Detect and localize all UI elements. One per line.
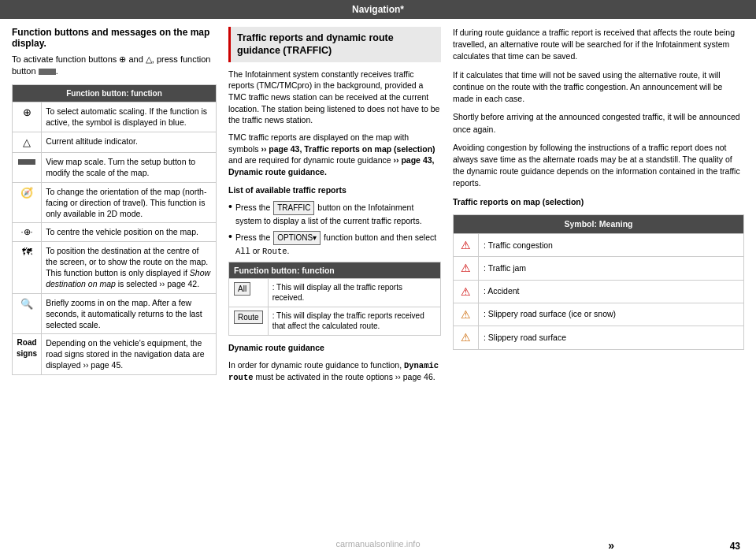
- table-row: 🔍 Briefly zooms in on the map. After a f…: [13, 293, 217, 334]
- icon-cell: 🧭: [13, 182, 42, 223]
- row-desc: To centre the vehicle position on the ma…: [42, 223, 217, 242]
- icon-cell: Roadsigns: [13, 334, 42, 375]
- mid-body2: TMC traffic reports are displayed on the…: [228, 132, 441, 178]
- dyn-body: In order for dynamic route guidance to f…: [228, 359, 441, 384]
- triangle-warning-icon-3: ⚠: [461, 285, 471, 298]
- icon-cell: 🗺: [13, 241, 42, 293]
- view-scale-icon: [18, 159, 35, 165]
- mid-heading: Traffic reports and dynamic route guidan…: [237, 32, 435, 58]
- bullet-dot-2: •: [228, 231, 232, 242]
- row-desc: To select automatic scaling. If the func…: [42, 102, 217, 132]
- row-desc: To position the destination at the centr…: [42, 241, 217, 293]
- table-row: ⚠ : Accident: [454, 280, 744, 303]
- destination-icon: 🗺: [22, 246, 32, 258]
- function-button-table: Function button: function ⊕ To select au…: [12, 84, 217, 375]
- symbol-meaning-1: : Traffic congestion: [479, 234, 744, 257]
- triangle-warning-icon-2: ⚠: [461, 262, 471, 274]
- right-para4: Avoiding congestion by following the ins…: [453, 142, 744, 190]
- row-desc: Depending on the vehicle's equipment, th…: [42, 334, 217, 375]
- row-desc: To change the orientation of the map (no…: [42, 182, 217, 223]
- row-desc: View map scale. Turn the setup button to…: [42, 153, 217, 182]
- icon-cell: [13, 153, 42, 182]
- traffic-button: TRAFFIC: [273, 201, 314, 215]
- road-signs-icon: Roadsigns: [17, 338, 37, 358]
- zoom-icon: 🔍: [20, 298, 33, 310]
- icon-cell: 🔍: [13, 293, 42, 334]
- table-row: View map scale. Turn the setup button to…: [13, 153, 217, 182]
- table-row: ⚠ : Traffic jam: [454, 257, 744, 280]
- triangle-warning-icon-4: ⚠: [461, 308, 471, 321]
- symbol-table: Symbol: Meaning ⚠ : Traffic congestion ⚠…: [453, 214, 744, 350]
- right-para2: If it calculates that time will not be s…: [453, 69, 744, 106]
- compass-icon: 🧭: [20, 187, 33, 199]
- row-desc: Current altitude indicator.: [42, 132, 217, 153]
- table-row: ⚠ : Traffic congestion: [454, 234, 744, 257]
- route-option: Route: [262, 247, 287, 256]
- all-label: All: [234, 282, 250, 296]
- map-scale-icon: ⊕: [23, 106, 32, 118]
- center-icon: ·⊕·: [21, 227, 33, 236]
- function-table2: Function button: function All : This wil…: [228, 262, 441, 336]
- nav-title: Navigation*: [352, 4, 404, 15]
- right-column: If during route guidance a traffic repor…: [453, 27, 744, 545]
- bullet-item-1: • Press the TRAFFIC button on the Infota…: [228, 201, 441, 226]
- bullet-item-2: • Press the OPTIONS▾ function button and…: [228, 231, 441, 257]
- bullet-dot: •: [228, 201, 232, 212]
- symbol-icon-cell-3: ⚠: [454, 280, 479, 303]
- symbol-table-header: Symbol: Meaning: [454, 214, 744, 233]
- altitude-icon: △: [23, 136, 31, 148]
- watermark: carmanualsonline.info: [335, 539, 420, 549]
- page-container: Navigation* Function buttons and message…: [0, 0, 756, 558]
- mid-column: Traffic reports and dynamic route guidan…: [228, 27, 441, 545]
- table-row: 🧭 To change the orientation of the map (…: [13, 182, 217, 223]
- list-heading: List of available traffic reports: [228, 184, 441, 196]
- function-table2-header: Function button: function: [229, 262, 441, 278]
- ft2-desc1: : This will display all the traffic repo…: [268, 278, 440, 307]
- options-button: OPTIONS▾: [273, 231, 321, 245]
- symbol-meaning-3: : Accident: [479, 280, 744, 303]
- continue-arrows: »: [608, 539, 614, 552]
- symbol-icon-cell-2: ⚠: [454, 257, 479, 280]
- symbol-meaning-5: : Slippery road surface: [479, 326, 744, 349]
- table-row: 🗺 To position the destination at the cen…: [13, 241, 217, 293]
- right-para1: If during route guidance a traffic repor…: [453, 27, 744, 63]
- table-row: ⚠ : Slippery road surface: [454, 326, 744, 349]
- table-row: Route : This will display the traffic re…: [229, 307, 441, 335]
- right-para3: Shortly before arriving at the announced…: [453, 111, 744, 135]
- symbol-icon-cell-5: ⚠: [454, 326, 479, 349]
- triangle-warning-icon-5: ⚠: [461, 331, 471, 344]
- table-row: All : This will display all the traffic …: [229, 278, 441, 307]
- symbol-meaning-4: : Slippery road surface (ice or snow): [479, 303, 744, 326]
- symbol-icon-cell: ⚠: [454, 234, 479, 257]
- symbol-icon-cell-4: ⚠: [454, 303, 479, 326]
- icon-cell: ·⊕·: [13, 223, 42, 242]
- left-column: Function buttons and messages on the map…: [12, 27, 217, 545]
- triangle-warning-icon-1: ⚠: [461, 239, 471, 251]
- ft2-label: All: [229, 278, 269, 307]
- left-heading: Function buttons and messages on the map…: [12, 27, 217, 49]
- traffic-map-title: Traffic reports on map (selection): [453, 196, 744, 208]
- left-intro: To activate function buttons ⊕ and △, pr…: [12, 54, 217, 78]
- dynamic-route-section: Dynamic route guidance In order for dyna…: [228, 342, 441, 384]
- function-table-header: Function button: function: [13, 84, 217, 102]
- symbol-meaning-2: : Traffic jam: [479, 257, 744, 280]
- page-number: 43: [730, 541, 740, 552]
- content-area: Function buttons and messages on the map…: [0, 19, 756, 553]
- table-row: ⚠ : Slippery road surface (ice or snow): [454, 303, 744, 326]
- table-row: Roadsigns Depending on the vehicle's equ…: [13, 334, 217, 375]
- all-option: All: [235, 247, 250, 256]
- bullet-text-2: Press the OPTIONS▾ function button and t…: [235, 231, 441, 257]
- table-row: △ Current altitude indicator.: [13, 132, 217, 153]
- icon-cell: △: [13, 132, 42, 153]
- ft2-desc2: : This will display the traffic reports …: [268, 307, 440, 335]
- route-label: Route: [234, 311, 263, 325]
- nav-bar: Navigation*: [0, 0, 756, 19]
- table-row: ·⊕· To centre the vehicle position on th…: [13, 223, 217, 242]
- icon-cell: ⊕: [13, 102, 42, 132]
- row-desc: Briefly zooms in on the map. After a few…: [42, 293, 217, 334]
- mid-body1: The Infotainment system constantly recei…: [228, 69, 441, 126]
- dyn-heading: Dynamic route guidance: [228, 342, 441, 354]
- ft2-label2: Route: [229, 307, 269, 335]
- section-title-box: Traffic reports and dynamic route guidan…: [228, 27, 441, 62]
- bullet-text-1: Press the TRAFFIC button on the Infotain…: [235, 201, 441, 226]
